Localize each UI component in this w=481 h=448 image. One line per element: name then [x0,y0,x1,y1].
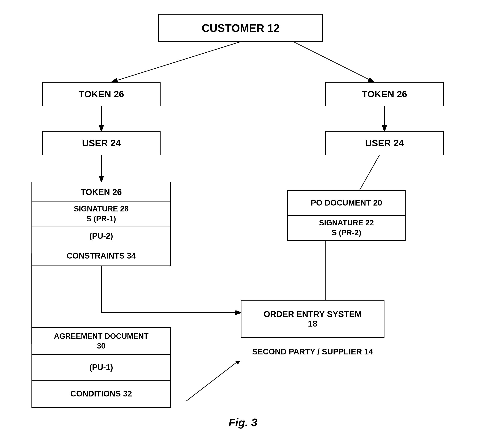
customer-box: CUSTOMER 12 [158,14,323,42]
signature-row: SIGNATURE 28S (PR-1) [32,202,170,226]
token-right-top-box: TOKEN 26 [325,82,443,106]
diagram: CUSTOMER 12 TOKEN 26 TOKEN 26 USER 24 US… [0,0,481,448]
svg-line-1 [112,42,240,82]
pu2-row: (PU-2) [32,226,170,246]
agreement-document-box: AGREEMENT DOCUMENT30 (PU-1) CONDITIONS 3… [31,327,171,408]
second-party-label: SECOND PARTY / SUPPLIER 14 [228,342,397,361]
po-doc-row: PO DOCUMENT 20 [288,191,405,216]
conditions-row: CONDITIONS 32 [32,381,170,407]
user-right-box: USER 24 [325,131,443,155]
svg-line-9 [186,359,241,401]
token-row: TOKEN 26 [32,182,170,202]
svg-line-2 [294,42,374,82]
user-left-box: USER 24 [42,131,161,155]
constraints-row: CONSTRAINTS 34 [32,246,170,266]
pu1-row: (PU-1) [32,355,170,381]
token-left-bottom-box: TOKEN 26 SIGNATURE 28S (PR-1) (PU-2) CON… [31,182,171,266]
token-left-top-box: TOKEN 26 [42,82,161,106]
order-entry-box: ORDER ENTRY SYSTEM18 [241,300,384,338]
figure-label: Fig. 3 [190,416,296,429]
agreement-row: AGREEMENT DOCUMENT30 [32,328,170,355]
signature22-row: SIGNATURE 22S (PR-2) [288,216,405,240]
po-document-box: PO DOCUMENT 20 SIGNATURE 22S (PR-2) [287,190,406,241]
